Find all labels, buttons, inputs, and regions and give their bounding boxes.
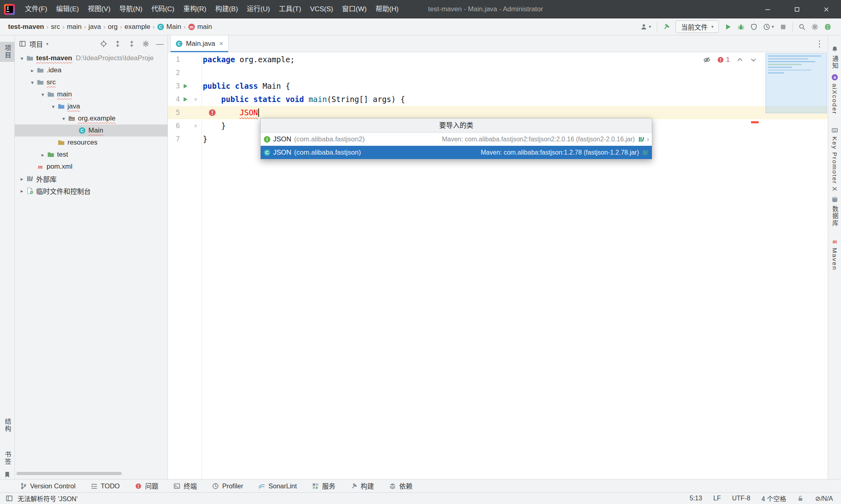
code-text[interactable]: public class Main { <box>202 80 828 93</box>
toolwindow-button-项目[interactable]: 项目 <box>0 42 14 62</box>
chevron-expanded-icon[interactable]: ▾ <box>18 55 26 61</box>
caret-position[interactable]: 5:13 <box>690 495 702 502</box>
tree-item-Main[interactable]: CMain <box>15 124 167 137</box>
tree-item-临时文件和控制台[interactable]: ▸临时文件和控制台 <box>15 185 167 197</box>
gear-icon[interactable] <box>142 40 149 47</box>
toolwindow-button-Version Control[interactable]: Version Control <box>20 482 76 490</box>
toolwindow-button-Maven[interactable]: mMaven <box>828 238 841 271</box>
menu-view[interactable]: 视图(V) <box>83 0 115 18</box>
breadcrumb-test-maven[interactable]: test-maven <box>6 23 46 31</box>
tab-main-java[interactable]: C Main.java × <box>170 35 229 52</box>
chevron-collapsed-icon[interactable]: ▸ <box>18 188 26 194</box>
menu-file[interactable]: 文件(F) <box>20 0 52 18</box>
tree-item-pom.xml[interactable]: mpom.xml <box>15 161 167 173</box>
menu-help[interactable]: 帮助(H) <box>371 0 403 18</box>
maximize-button[interactable] <box>782 0 812 18</box>
error-stripe-mark[interactable] <box>751 121 759 123</box>
tree-item-java[interactable]: ▾java <box>15 100 167 112</box>
tree-item-resources[interactable]: resources <box>15 137 167 149</box>
code-line-3[interactable]: 3public class Main { <box>168 80 828 93</box>
breadcrumb-main[interactable]: main <box>65 23 83 31</box>
tree-item-src[interactable]: ▾src <box>15 76 167 88</box>
run-config-selector[interactable]: 当前文件▾ <box>676 20 719 33</box>
toolwindow-toggle-icon[interactable] <box>6 495 13 502</box>
debug-button[interactable] <box>737 23 745 31</box>
chevron-collapsed-icon[interactable]: ▸ <box>39 152 47 158</box>
more-options-icon[interactable]: › <box>647 136 649 143</box>
hide-panel-button[interactable]: — <box>156 40 163 47</box>
breadcrumb-main[interactable]: mmain <box>186 23 214 31</box>
lock-icon[interactable] <box>797 495 804 502</box>
import-option-0[interactable]: IJSON(com.alibaba.fastjson2)Maven: com.a… <box>261 133 652 146</box>
settings-button[interactable] <box>811 23 819 31</box>
toolwindow-button-SonarLint[interactable]: SonarLint <box>258 482 297 490</box>
tree-item-main[interactable]: ▾main <box>15 88 167 100</box>
coverage-button[interactable] <box>750 23 757 31</box>
fold-marker-icon[interactable]: ∧ <box>191 119 200 133</box>
chevron-collapsed-icon[interactable]: ▸ <box>29 67 36 73</box>
toolwindow-button-终端[interactable]: 终端 <box>174 481 197 491</box>
fold-marker-icon[interactable]: ∨ <box>191 93 200 106</box>
codewithme-button[interactable] <box>824 23 831 31</box>
toolwindow-button-Key Promoter X[interactable]: Key Promoter X <box>828 127 841 192</box>
encoding[interactable]: UTF-8 <box>732 495 750 502</box>
tree-item-test-maven[interactable]: ▾test-mavenD:\IdeaProjects\IdeaProje <box>15 52 167 64</box>
toolwindow-button-问题[interactable]: 问题 <box>135 481 158 491</box>
tab-options-icon[interactable]: ⋮ <box>815 35 824 52</box>
menu-run[interactable]: 运行(U) <box>243 0 275 18</box>
toolwindow-button-书签[interactable]: 书签 <box>0 448 14 468</box>
menu-navigate[interactable]: 导航(N) <box>115 0 147 18</box>
locate-file-icon[interactable] <box>100 40 107 47</box>
run-button[interactable] <box>725 23 732 31</box>
error-bulb-icon[interactable] <box>208 109 216 116</box>
breadcrumb-Main[interactable]: CMain <box>155 23 183 31</box>
breadcrumb-java[interactable]: java <box>87 23 102 31</box>
toolwindow-button-Profiler[interactable]: Profiler <box>212 482 243 490</box>
profiler-button[interactable]: ▾ <box>763 23 774 31</box>
project-view-selector[interactable]: 项目 ▾ <box>19 39 49 49</box>
close-button[interactable] <box>812 0 841 18</box>
menu-window[interactable]: 窗口(W) <box>338 0 371 18</box>
menu-tools[interactable]: 工具(T) <box>274 0 306 18</box>
highlight-level[interactable]: ⊘/N/A <box>815 495 833 502</box>
run-line-icon[interactable] <box>180 93 191 106</box>
expand-all-icon[interactable] <box>114 40 121 47</box>
toolwindow-button-服务[interactable]: 服务 <box>312 481 335 491</box>
search-everywhere-button[interactable] <box>798 23 806 31</box>
breadcrumb-example[interactable]: example <box>123 23 152 31</box>
profile-button[interactable]: ▾ <box>640 23 651 31</box>
code-line-4[interactable]: 4∨ public static void main(String[] args… <box>168 93 828 106</box>
tree-item-org.example[interactable]: ▾org.example <box>15 112 167 124</box>
previous-error-icon[interactable] <box>736 56 743 63</box>
toolwindow-button-数据库[interactable]: 数据库 <box>828 196 841 227</box>
line-ending[interactable]: LF <box>713 495 721 502</box>
minimap[interactable] <box>765 53 827 132</box>
menu-code[interactable]: 代码(C) <box>147 0 179 18</box>
tree-item-.idea[interactable]: ▸.idea <box>15 64 167 76</box>
chevron-expanded-icon[interactable]: ▾ <box>29 80 36 86</box>
code-text[interactable]: JSON <box>202 106 828 119</box>
collapse-all-icon[interactable] <box>128 40 135 47</box>
menu-build[interactable]: 构建(B) <box>211 0 243 18</box>
chevron-expanded-icon[interactable]: ▾ <box>49 104 57 110</box>
horizontal-scrollbar[interactable] <box>16 472 122 475</box>
run-line-icon[interactable] <box>180 80 191 93</box>
toolwindow-button-aiXcoder[interactable]: aaiXcoder <box>828 74 841 114</box>
tree-item-test[interactable]: ▸test <box>15 149 167 161</box>
minimize-button[interactable] <box>753 0 782 18</box>
error-count-widget[interactable]: 1 <box>717 56 730 63</box>
code-text[interactable] <box>202 66 828 80</box>
menu-vcs[interactable]: VCS(S) <box>306 0 338 18</box>
stop-button[interactable] <box>780 23 787 31</box>
minimap-viewport[interactable] <box>765 53 827 113</box>
menu-edit[interactable]: 编辑(E) <box>52 0 84 18</box>
indent-size[interactable]: 4 个空格 <box>761 494 786 503</box>
close-tab-icon[interactable]: × <box>219 40 223 48</box>
next-error-icon[interactable] <box>750 56 757 63</box>
chevron-expanded-icon[interactable]: ▾ <box>39 92 47 98</box>
toolwindow-button-依赖[interactable]: 依赖 <box>389 481 412 491</box>
menu-refactor[interactable]: 重构(R) <box>179 0 211 18</box>
highlighting-level-icon[interactable] <box>703 56 710 63</box>
tree-item-外部库[interactable]: ▸外部库 <box>15 173 167 185</box>
breadcrumb-src[interactable]: src <box>49 23 62 31</box>
